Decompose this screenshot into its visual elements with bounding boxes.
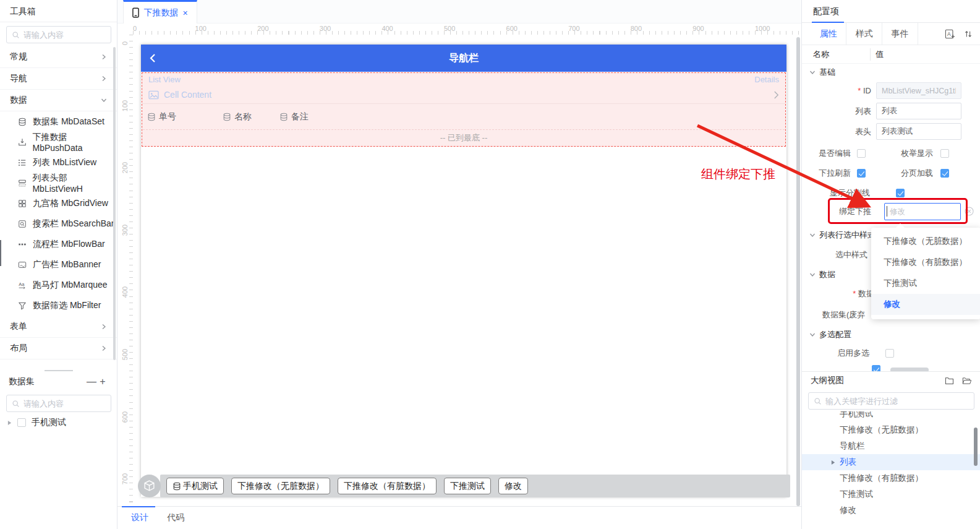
component-label: 数据筛选 MbFilter <box>33 300 101 311</box>
list-input[interactable] <box>876 103 961 119</box>
dataset-tree: 手机测试 <box>0 413 117 432</box>
phone-page[interactable]: 导航栏 List View Details Cell Content <box>141 45 786 497</box>
listview-field[interactable]: 名称 <box>223 111 279 123</box>
toolbox-component[interactable]: 九宫格 MbGridView <box>0 193 117 213</box>
edit-checkbox[interactable] <box>857 149 866 158</box>
panel-resize-handle[interactable] <box>45 370 73 371</box>
paging-checkbox[interactable] <box>940 169 949 178</box>
folder-open-icon[interactable] <box>962 377 971 385</box>
edit-label: 是否编辑 <box>819 144 851 163</box>
action-button-label: 修改 <box>505 481 522 492</box>
outline-scrollbar[interactable] <box>974 428 978 466</box>
dataset-collapse-button[interactable]: — <box>86 377 97 387</box>
section-basic[interactable]: 基础 <box>802 64 980 80</box>
toolbox-scrollbar[interactable] <box>113 47 116 360</box>
mode-tab[interactable]: 代码 <box>167 512 184 523</box>
outline-tree-item[interactable]: 修改 <box>802 502 980 518</box>
action-button[interactable]: 下推修改（有脏数据） <box>338 478 437 494</box>
toolbox-group-label: 导航 <box>10 73 27 84</box>
toolbox-component[interactable]: 流程栏 MbFlowBar <box>0 234 117 254</box>
config-tab[interactable]: 样式 <box>846 23 882 45</box>
toolbox-component[interactable]: Aa 跑马灯 MbMarquee <box>0 275 117 295</box>
ruler-tick-label: 200 <box>120 159 129 221</box>
config-tab[interactable]: 属性 <box>811 23 846 45</box>
outline-tree-item[interactable]: 下推修改（无脏数据） <box>802 422 980 438</box>
enum-checkbox[interactable] <box>940 149 949 158</box>
action-button[interactable]: 修改 <box>498 478 528 494</box>
close-icon[interactable]: × <box>182 8 187 18</box>
svg-text:A: A <box>947 30 951 37</box>
header-input[interactable] <box>876 123 961 140</box>
bind-push-input[interactable] <box>884 203 961 220</box>
toolbox-groups-top: 常规 导航 数据 <box>0 46 117 111</box>
collapsed-panel-handle[interactable] <box>0 240 1 266</box>
listview-cell[interactable]: Cell Content <box>142 86 785 104</box>
component-drag-handle[interactable] <box>138 475 161 497</box>
toolbox-component[interactable]: 广告栏 MbBanner <box>0 254 117 275</box>
toolbox-component[interactable]: 搜索栏 MbSearchBar <box>0 213 117 234</box>
canvas-scrollbar[interactable] <box>796 37 800 506</box>
clipped-checkbox[interactable] <box>872 365 880 371</box>
chevron-icon <box>101 324 107 330</box>
button-icon <box>173 482 181 491</box>
outline-panel-header: 大纲视图 <box>802 371 980 389</box>
outline-tree-item[interactable]: 导航栏 <box>802 438 980 454</box>
toolbox-component[interactable]: 下推数据 MbPushData <box>0 132 117 152</box>
action-button[interactable]: 下推修改（无脏数据） <box>231 478 330 494</box>
toolbox-component[interactable]: 列表 MbListView <box>0 152 117 173</box>
toolbox-search[interactable] <box>6 26 111 43</box>
listview-field[interactable]: 单号 <box>147 111 223 123</box>
value-column-header: 值 <box>876 49 884 60</box>
toolbox-group[interactable]: 布局 <box>0 338 117 359</box>
dataset-tree-item[interactable]: 手机测试 <box>0 413 117 432</box>
dataset-add-button[interactable]: + <box>97 377 108 387</box>
outline-search-input[interactable] <box>825 397 969 406</box>
dropdown-option[interactable]: 下推测试 <box>871 273 980 294</box>
component-label: 搜索栏 MbSearchBar <box>33 218 114 230</box>
dataset-search-input[interactable] <box>23 399 106 408</box>
vertical-ruler: 0100200300400500600700 <box>120 35 129 529</box>
toolbox-search-input[interactable] <box>23 30 106 40</box>
search-icon <box>814 397 822 405</box>
toolbox-component[interactable]: 数据筛选 MbFilter <box>0 295 117 316</box>
toolbox-group[interactable]: 导航 <box>0 68 117 90</box>
outline-tree-item[interactable]: 手机测试 <box>802 411 980 422</box>
outline-tree-item[interactable]: 下推测试 <box>802 486 980 502</box>
outline-header-icons <box>945 377 971 385</box>
config-tab[interactable]: 事件 <box>882 23 918 45</box>
divider-checkbox[interactable] <box>896 189 905 197</box>
folder-icon[interactable] <box>945 377 954 385</box>
dropdown-option[interactable]: 修改 <box>871 294 980 315</box>
caret-right-icon[interactable] <box>831 460 835 465</box>
toolbox-component[interactable]: 列表头部 MbListViewH <box>0 173 117 193</box>
mode-tab[interactable]: 设计 <box>131 512 148 523</box>
toolbox-group[interactable]: 表单 <box>0 316 117 338</box>
dropdown-option[interactable]: 下推修改（无脏数据） <box>871 231 980 252</box>
add-property-icon[interactable]: A <box>945 29 955 39</box>
back-icon[interactable] <box>150 53 156 63</box>
selected-style-label: 选中样式 <box>835 244 867 265</box>
dataset-search[interactable] <box>6 395 111 412</box>
toolbox-group[interactable]: 数据 <box>0 90 117 111</box>
clear-icon[interactable] <box>965 207 974 216</box>
action-button[interactable]: 手机测试 <box>166 478 224 494</box>
sort-icon[interactable] <box>964 30 973 38</box>
outline-search[interactable] <box>808 392 974 410</box>
dataset-checkbox[interactable] <box>17 418 26 427</box>
section-multi-select[interactable]: 多选配置 <box>802 326 980 343</box>
toolbox-group[interactable]: 常规 <box>0 46 117 68</box>
listview-component-selected[interactable]: List View Details Cell Content 单号 <box>142 72 786 147</box>
multi-checkbox[interactable] <box>885 349 894 358</box>
toolbox-component[interactable]: 数据集 MbDataSet <box>0 111 117 132</box>
phone-navbar[interactable]: 导航栏 <box>141 45 786 72</box>
refresh-checkbox[interactable] <box>857 169 866 178</box>
dropdown-option[interactable]: 下推修改（有脏数据） <box>871 252 980 273</box>
editor-tab[interactable]: 下推数据 × <box>123 0 197 24</box>
listview-field[interactable]: 备注 <box>279 111 309 123</box>
outline-tree-item[interactable]: 列表 <box>802 454 980 470</box>
search-icon <box>12 31 20 39</box>
action-button[interactable]: 下推测试 <box>444 478 491 494</box>
caret-right-icon[interactable] <box>7 420 12 426</box>
outline-tree-item[interactable]: 下推修改（有脏数据） <box>802 470 980 486</box>
section-label: 数据 <box>819 269 835 280</box>
